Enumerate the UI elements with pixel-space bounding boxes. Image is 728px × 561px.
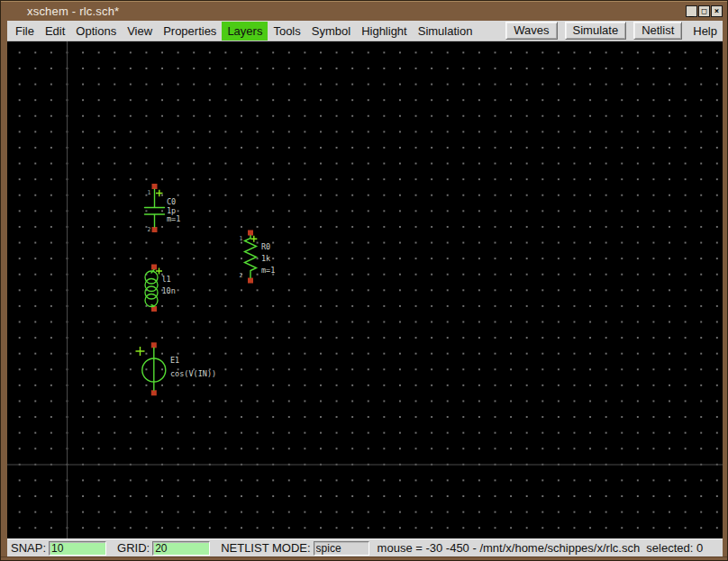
minimize-button[interactable]: _ [686, 5, 697, 17]
resistor-symbol [245, 236, 257, 278]
inductor-lead [151, 270, 154, 307]
pin-square [151, 265, 157, 270]
waves-button[interactable]: Waves [505, 22, 557, 40]
menu-help[interactable]: Help [689, 22, 721, 41]
close-button[interactable]: × [711, 5, 723, 17]
menu-symbol[interactable]: Symbol [306, 22, 356, 41]
value-label: cos(V(IN)) [170, 369, 216, 378]
menubar-buttons: Waves Simulate Netlist Help [505, 22, 721, 41]
maximize-icon: □ [702, 7, 706, 15]
pin-square [152, 227, 158, 232]
inductor-coil [145, 286, 158, 299]
pin-square [152, 184, 158, 189]
menubar: File Edit Options View Properties Layers… [7, 21, 723, 41]
value-label: 10n [162, 286, 176, 295]
menu-view[interactable]: View [122, 22, 158, 41]
grid-input[interactable] [152, 541, 210, 556]
window-controls: _ □ × [686, 5, 723, 17]
polarity-plus-icon [136, 347, 145, 356]
pin-number: 2 [148, 226, 151, 233]
maximize-button[interactable]: □ [698, 5, 710, 17]
snap-input[interactable] [49, 541, 106, 556]
menu-highlight[interactable]: Highlight [356, 22, 413, 41]
menu-options[interactable]: Options [70, 22, 122, 41]
component-capacitor-c0[interactable]: 1 2 C0 1p m=1 [145, 184, 181, 233]
menu-layers[interactable]: Layers [222, 22, 268, 41]
value-label: 1k [261, 254, 270, 263]
statusbar: SNAP: GRID: NETLIST MODE: mouse = -30 -4… [7, 538, 723, 556]
polarity-plus-icon [250, 236, 257, 242]
close-icon: × [714, 7, 719, 15]
ref-label: C0 [167, 197, 176, 206]
pin-number: 1 [148, 189, 151, 196]
netlist-mode-input[interactable] [314, 541, 369, 556]
inductor-coil [145, 279, 158, 292]
ref-label: l1 [162, 275, 171, 284]
netlist-button[interactable]: Netlist [633, 22, 682, 40]
pin-number: 1 [240, 235, 243, 242]
pin-square [151, 342, 157, 348]
polarity-plus-icon [156, 190, 163, 197]
menu-tools[interactable]: Tools [268, 22, 305, 41]
netlist-mode-label: NETLIST MODE: [221, 541, 310, 555]
pin-number: 2 [240, 272, 243, 279]
xschem-window: xschem - rlc.sch* _ □ × File Edit Option… [0, 0, 728, 561]
pin-square [151, 390, 157, 395]
simulate-button[interactable]: Simulate [565, 22, 627, 40]
titlebar[interactable]: xschem - rlc.sch* _ □ × [1, 1, 727, 21]
menu-simulation[interactable]: Simulation [413, 22, 478, 41]
ref-label: R0 [261, 242, 270, 251]
minimize-icon: _ [689, 9, 694, 17]
component-resistor-r0[interactable]: 1 2 R0 1k m=1 [240, 231, 276, 284]
snap-label: SNAP: [11, 541, 46, 555]
window-frame-bottom [1, 556, 727, 561]
window-title: xschem - rlc.sch* [27, 5, 119, 18]
statusbar-info: mouse = -30 -450 - /mnt/x/home/schippes/… [378, 541, 704, 555]
mult-label: m=1 [167, 214, 180, 223]
grid-label: GRID: [117, 541, 150, 555]
menu-file[interactable]: File [10, 22, 40, 41]
menu-edit[interactable]: Edit [40, 22, 70, 41]
mult-label: m=1 [261, 266, 275, 275]
schematic-canvas[interactable]: 1 2 C0 1p m=1 l1 10n [7, 41, 723, 538]
component-source-e1[interactable]: E1 cos(V(IN)) [136, 342, 217, 395]
component-inductor-l1[interactable]: l1 10n [145, 265, 176, 312]
pin-square [248, 278, 253, 284]
ref-label: E1 [170, 356, 179, 365]
pin-square [248, 231, 253, 236]
menu-properties[interactable]: Properties [158, 22, 222, 41]
